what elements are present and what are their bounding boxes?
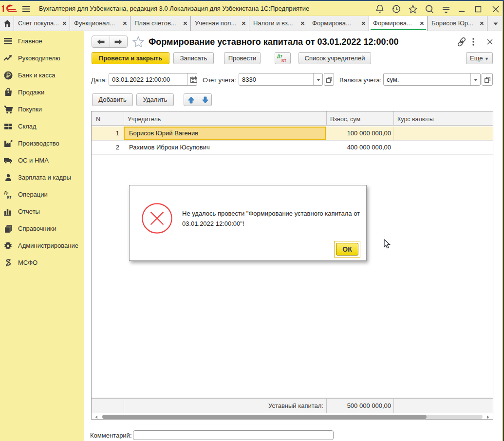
svg-text:Кт: Кт [7, 195, 11, 200]
